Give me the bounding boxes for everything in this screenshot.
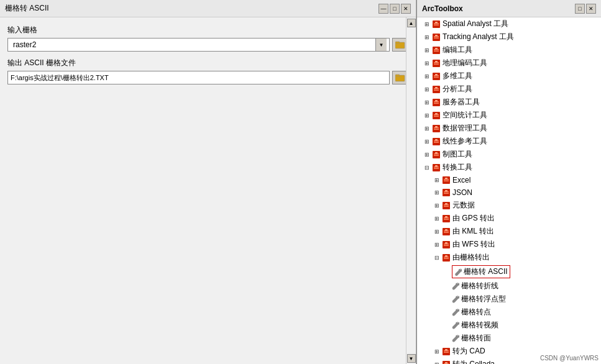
svg-rect-75 bbox=[445, 242, 447, 243]
svg-rect-77 bbox=[444, 257, 449, 258]
output-file-input[interactable] bbox=[7, 71, 390, 84]
tree-item-multivar[interactable]: ⊞ 多维工具 bbox=[417, 70, 601, 83]
toolbox-icon bbox=[432, 85, 441, 94]
expand-icon: ⊞ bbox=[422, 58, 432, 68]
wrench-icon bbox=[452, 322, 459, 329]
svg-rect-73 bbox=[444, 243, 449, 245]
toolbox-icon bbox=[432, 33, 441, 42]
toolbox-icon bbox=[432, 59, 441, 68]
tree-item-conversion[interactable]: ⊟ 转换工具 bbox=[417, 161, 601, 174]
input-raster-value: raster2 bbox=[11, 40, 375, 49]
toolset-icon bbox=[442, 227, 451, 236]
svg-rect-17 bbox=[434, 62, 439, 63]
dialog-title: 栅格转 ASCII bbox=[5, 3, 49, 14]
edit-tools-label: 编辑工具 bbox=[443, 45, 472, 55]
tree-item-geocoding[interactable]: ⊞ 地理编码工具 bbox=[417, 57, 601, 70]
svg-rect-1 bbox=[395, 42, 400, 43]
svg-rect-27 bbox=[435, 87, 438, 88]
tree-item-from-kml[interactable]: ⊞ 由 KML 转出 bbox=[417, 225, 601, 238]
svg-rect-32 bbox=[433, 112, 440, 119]
tree-item-raster-to-float[interactable]: 栅格转浮点型 bbox=[417, 293, 601, 306]
svg-rect-86 bbox=[443, 348, 450, 355]
svg-rect-54 bbox=[444, 181, 449, 182]
tree-item-analysis[interactable]: ⊞ 分析工具 bbox=[417, 83, 601, 96]
tree-item-spatial-analyst[interactable]: ⊞ Spatial Analyst 工具 bbox=[417, 17, 601, 30]
expand-icon: ⊞ bbox=[432, 227, 442, 237]
svg-rect-89 bbox=[445, 349, 447, 350]
svg-rect-20 bbox=[433, 73, 440, 80]
tree-item-server[interactable]: ⊞ 服务器工具 bbox=[417, 96, 601, 109]
svg-rect-51 bbox=[435, 165, 438, 166]
svg-rect-55 bbox=[445, 178, 447, 179]
server-label: 服务器工具 bbox=[443, 97, 480, 107]
minimize-button[interactable]: — bbox=[378, 4, 388, 14]
scrollbar[interactable]: ▲ ▼ bbox=[406, 17, 416, 364]
svg-rect-65 bbox=[444, 217, 449, 219]
scroll-down-button[interactable]: ▼ bbox=[407, 354, 416, 363]
svg-rect-66 bbox=[444, 219, 449, 220]
expand-icon: ⊞ bbox=[432, 201, 442, 211]
toolbox-title: ArcToolbox bbox=[422, 4, 463, 13]
svg-rect-79 bbox=[445, 255, 447, 257]
toolbox-icon bbox=[432, 150, 441, 159]
tree-item-from-raster[interactable]: ⊟ 由栅格转出 bbox=[417, 251, 601, 264]
raster-to-video-label: 栅格转视频 bbox=[461, 320, 498, 330]
dialog-panel: 栅格转 ASCII — □ ✕ 输入栅格 raster2 ▼ bbox=[0, 0, 416, 364]
toolset-icon bbox=[442, 176, 451, 184]
toolbox-icon bbox=[432, 137, 441, 146]
highlighted-item-box: 栅格转 ASCII bbox=[452, 265, 510, 278]
toolset-icon bbox=[442, 240, 451, 249]
input-raster-dropdown[interactable]: raster2 ▼ bbox=[7, 38, 390, 52]
svg-rect-7 bbox=[435, 22, 438, 23]
tree-item-raster-to-polygon[interactable]: 栅格转面 bbox=[417, 332, 601, 345]
svg-rect-59 bbox=[445, 190, 447, 191]
svg-rect-56 bbox=[443, 189, 450, 196]
tree-item-raster-to-polyline[interactable]: 栅格转折线 bbox=[417, 280, 601, 293]
tree-item-linear-ref[interactable]: ⊞ 线性参考工具 bbox=[417, 135, 601, 148]
svg-point-81 bbox=[453, 288, 454, 289]
svg-rect-46 bbox=[434, 155, 439, 156]
toolbox-icon bbox=[432, 72, 441, 81]
svg-rect-41 bbox=[434, 140, 439, 142]
svg-rect-19 bbox=[435, 61, 438, 62]
svg-rect-53 bbox=[444, 179, 449, 180]
tree-item-cartography[interactable]: ⊞ 制图工具 bbox=[417, 148, 601, 161]
tree-item-metadata[interactable]: ⊞ 元数据 bbox=[417, 199, 601, 212]
input-raster-group: 输入栅格 raster2 ▼ bbox=[7, 25, 408, 52]
svg-rect-78 bbox=[444, 258, 449, 259]
expand-icon: ⊞ bbox=[422, 45, 432, 55]
svg-rect-87 bbox=[444, 350, 449, 352]
tree-item-edit-tools[interactable]: ⊞ 编辑工具 bbox=[417, 43, 601, 57]
tree-item-raster-to-video[interactable]: 栅格转视频 bbox=[417, 319, 601, 332]
expand-icon: ⊞ bbox=[422, 111, 432, 121]
tree-item-data-mgmt[interactable]: ⊞ 数据管理工具 bbox=[417, 122, 601, 135]
dropdown-arrow-icon[interactable]: ▼ bbox=[375, 39, 387, 51]
metadata-label: 元数据 bbox=[452, 200, 475, 211]
tree-item-excel[interactable]: ⊞ Excel bbox=[417, 174, 601, 186]
tree-item-tracking-analyst[interactable]: ⊞ Tracking Analyst 工具 bbox=[417, 30, 601, 43]
scroll-up-button[interactable]: ▲ bbox=[407, 19, 416, 27]
tree-item-spatial-stats[interactable]: ⊞ 空间统计工具 bbox=[417, 109, 601, 122]
expand-icon: ⊞ bbox=[422, 150, 432, 160]
toolbox-restore-button[interactable]: □ bbox=[575, 4, 585, 14]
svg-rect-15 bbox=[435, 48, 438, 49]
expand-icon: ⊞ bbox=[422, 137, 432, 147]
wrench-icon bbox=[452, 296, 459, 303]
toolbox-close-button[interactable]: ✕ bbox=[586, 4, 596, 14]
svg-rect-44 bbox=[433, 151, 440, 158]
maximize-button[interactable]: □ bbox=[390, 4, 400, 14]
expand-icon: ⊞ bbox=[432, 240, 442, 250]
expand-icon: ⊞ bbox=[432, 360, 442, 365]
tree-item-raster-to-ascii[interactable]: 栅格转 ASCII bbox=[417, 264, 601, 280]
svg-rect-52 bbox=[443, 176, 450, 184]
close-button[interactable]: ✕ bbox=[401, 4, 411, 14]
tree-item-from-gps[interactable]: ⊞ 由 GPS 转出 bbox=[417, 212, 601, 225]
svg-rect-62 bbox=[444, 206, 449, 207]
toolset-icon bbox=[442, 253, 451, 262]
tree-item-raster-to-point[interactable]: 栅格转点 bbox=[417, 306, 601, 319]
svg-rect-13 bbox=[434, 49, 439, 50]
cartography-label: 制图工具 bbox=[443, 149, 472, 160]
tree-item-json[interactable]: ⊞ JSON bbox=[417, 186, 601, 199]
tree-item-from-wfs[interactable]: ⊞ 由 WFS 转出 bbox=[417, 238, 601, 251]
svg-rect-76 bbox=[443, 254, 450, 262]
